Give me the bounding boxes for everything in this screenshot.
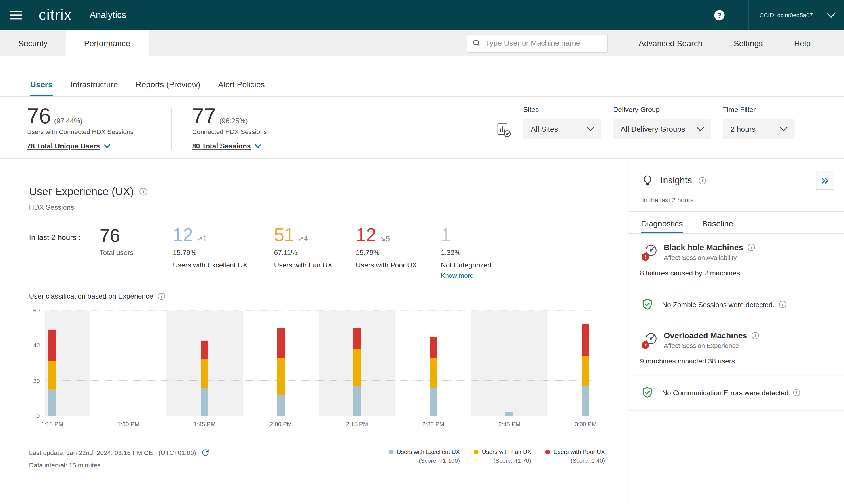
help-icon[interactable]: ?: [714, 10, 724, 20]
bar-segment[interactable]: [429, 388, 437, 416]
citrix-logo: citrix: [39, 7, 72, 23]
menu-icon[interactable]: [0, 0, 31, 30]
excellent-pct: 15.79%: [173, 249, 274, 256]
bar-segment[interactable]: [201, 360, 208, 388]
time-filter-select[interactable]: 2 hours: [723, 119, 795, 139]
info-icon[interactable]: [747, 244, 755, 251]
nav-advanced-search[interactable]: Advanced Search: [639, 38, 703, 48]
legend-item[interactable]: Users with Poor UX(Score: 1-40): [545, 449, 605, 464]
info-icon[interactable]: [699, 177, 706, 185]
x-axis-label: 1:45 PM: [194, 421, 216, 427]
sites-select[interactable]: All Sites: [523, 119, 601, 139]
legend-dot: [389, 449, 393, 454]
nav-settings[interactable]: Settings: [734, 38, 763, 48]
black-hole-machine-icon: [640, 242, 659, 261]
collapse-panel-button[interactable]: [816, 172, 834, 190]
product-title: Analytics: [90, 10, 126, 20]
info-icon[interactable]: [752, 331, 759, 339]
x-axis-label: 3:00 PM: [575, 421, 597, 427]
nav-help[interactable]: Help: [794, 38, 811, 48]
tab-alert-policies[interactable]: Alert Policies: [218, 79, 265, 96]
chart-plot-area: 02040601:15 PM1:30 PM1:45 PM2:00 PM2:15 …: [45, 311, 592, 416]
account-menu[interactable]: CCID: dcint0ed5a07: [748, 0, 844, 30]
legend-item[interactable]: Users with Excellent UX(Score: 71-100): [389, 449, 460, 464]
legend-item[interactable]: Users with Fair UX(Score: 41-70): [474, 449, 531, 464]
info-icon[interactable]: [793, 389, 801, 397]
legend-score: (Score: 1-40): [545, 457, 605, 464]
summary-divider: [171, 108, 172, 149]
app-root: citrix Analytics ? CCID: dcint0ed5a07 Se…: [0, 0, 844, 504]
time-filter-label: Time Filter: [723, 105, 795, 113]
black-hole-machines-item[interactable]: Black hole Machines Affect Session Avail…: [628, 234, 844, 287]
bar-segment[interactable]: [49, 330, 56, 361]
bar-segment[interactable]: [353, 328, 361, 349]
bar-segment[interactable]: [582, 386, 590, 416]
chevron-down-icon: [779, 126, 788, 131]
tab-diagnostics[interactable]: Diagnostics: [641, 212, 683, 233]
topbar: citrix Analytics ? CCID: dcint0ed5a07: [0, 0, 844, 30]
bar-segment[interactable]: [277, 358, 285, 395]
chevron-down-icon: [827, 13, 835, 18]
legend-dot: [545, 449, 550, 454]
ux-chart: 02040601:15 PM1:30 PM1:45 PM2:00 PM2:15 …: [29, 308, 628, 432]
tab-users[interactable]: Users: [30, 79, 52, 96]
total-unique-users-link[interactable]: 78 Total Unique Users: [27, 142, 171, 150]
x-axis-label: 1:15 PM: [41, 421, 63, 427]
excellent-ux-stat: 12↗1 15.79% Users with Excellent UX: [173, 226, 274, 269]
search-input[interactable]: [485, 38, 602, 48]
bar-segment[interactable]: [582, 356, 590, 386]
bar-segment[interactable]: [353, 386, 361, 416]
delivery-group-select[interactable]: All Delivery Groups: [613, 119, 711, 139]
last-update-text: Last update: Jan 22nd, 2024, 03:16 PM CE…: [29, 449, 196, 456]
chart-footer: Last update: Jan 22nd, 2024, 03:16 PM CE…: [29, 449, 605, 469]
bar-segment[interactable]: [49, 361, 56, 389]
tab-baseline[interactable]: Baseline: [702, 212, 733, 233]
info-icon[interactable]: [779, 301, 787, 308]
sessions-count: 77(96.25%): [192, 104, 336, 127]
gridline: [45, 310, 592, 310]
know-more-link[interactable]: Know more: [441, 271, 491, 279]
gridline: [45, 380, 592, 381]
sessions-caption: Connected HDX Sessions: [192, 128, 336, 136]
excellent-delta: ↗1: [196, 235, 207, 242]
filters: Sites All Sites Delivery Group All Deliv…: [495, 104, 844, 140]
nav-performance[interactable]: Performance: [66, 30, 148, 56]
bar-segment[interactable]: [582, 324, 590, 356]
bar-segment[interactable]: [277, 395, 285, 416]
bar-segment[interactable]: [429, 358, 437, 388]
main-content: User Experience (UX) HDX Sessions In las…: [0, 159, 844, 504]
sites-filter-group: Sites All Sites: [523, 104, 601, 139]
x-axis-label: 1:30 PM: [117, 421, 140, 427]
export-report-icon[interactable]: [495, 122, 511, 140]
not-categorized-label: Not Categorized: [441, 260, 491, 269]
total-sessions-link[interactable]: 80 Total Sessions: [192, 142, 336, 150]
bar-segment[interactable]: [201, 388, 208, 416]
poor-ux-stat: 12↘5 15.79% Users with Poor UX: [356, 226, 441, 269]
tab-reports[interactable]: Reports (Preview): [136, 79, 200, 96]
insights-tabs: Diagnostics Baseline: [628, 212, 844, 234]
communication-errors-item: No Communication Errors were detected: [628, 375, 844, 410]
bar-segment[interactable]: [506, 412, 513, 416]
y-axis-label: 20: [33, 377, 40, 384]
bar-segment[interactable]: [429, 337, 437, 358]
refresh-icon[interactable]: [201, 449, 210, 456]
info-icon[interactable]: [139, 188, 147, 196]
info-icon[interactable]: [157, 292, 165, 300]
tab-infrastructure[interactable]: Infrastructure: [70, 79, 118, 96]
bar-segment[interactable]: [353, 349, 361, 386]
bar-segment[interactable]: [277, 328, 285, 358]
search-icon: [472, 39, 480, 47]
ux-section: User Experience (UX) HDX Sessions In las…: [0, 159, 628, 504]
y-axis-label: 40: [33, 342, 40, 349]
insights-period: In the last 2 hours: [628, 190, 844, 211]
delivery-group-label: Delivery Group: [613, 105, 711, 113]
bar-segment[interactable]: [49, 390, 56, 416]
legend-dot: [474, 449, 478, 454]
overloaded-machines-item[interactable]: Overloaded Machines Affect Session Exper…: [628, 322, 844, 375]
bar-segment[interactable]: [201, 340, 208, 360]
poor-label: Users with Poor UX: [356, 260, 441, 269]
nav-security[interactable]: Security: [0, 30, 66, 56]
section-divider: [29, 482, 605, 483]
poor-pct: 15.79%: [356, 249, 441, 256]
chevron-down-icon: [586, 126, 595, 131]
